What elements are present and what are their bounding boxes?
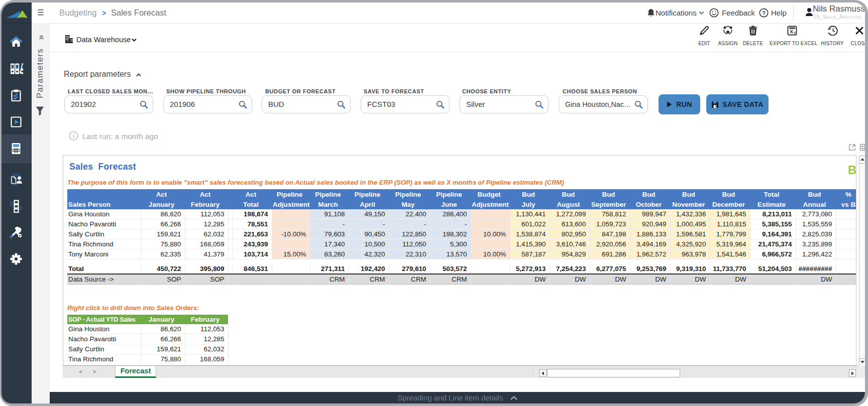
svg-text:?: ?	[762, 10, 766, 16]
svg-text:x: x	[790, 28, 793, 34]
